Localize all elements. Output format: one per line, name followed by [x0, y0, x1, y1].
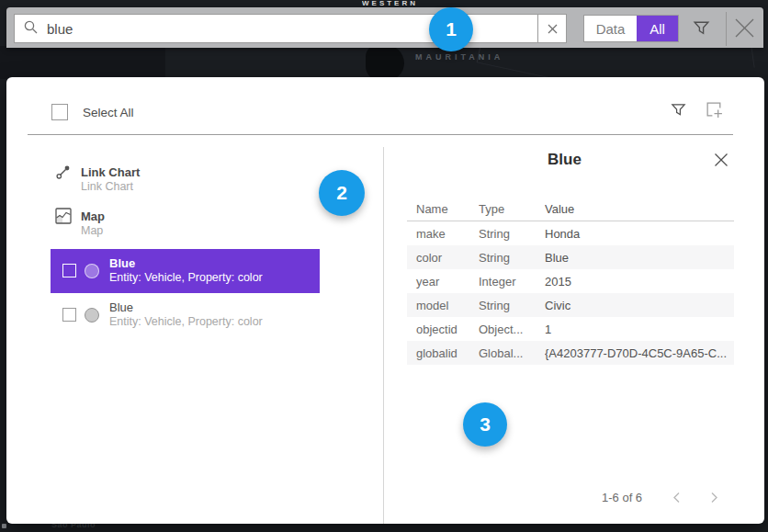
add-to-map-icon — [705, 100, 724, 119]
col-header-type: Type — [479, 202, 545, 216]
map-icon — [55, 208, 72, 228]
cell-name: globalid — [407, 346, 479, 360]
detail-title: Blue — [383, 151, 746, 169]
map-label-mauritania: MAURITANIA — [415, 52, 503, 62]
table-row: globalid Global... {A4203777-D70D-4C5C-9… — [407, 341, 734, 365]
add-selection-button[interactable] — [705, 100, 724, 123]
item-checkbox[interactable] — [62, 308, 76, 322]
entity-circle-icon — [85, 308, 99, 323]
cell-name: year — [407, 275, 479, 289]
pagination-prev-button[interactable] — [672, 491, 681, 507]
item-subtitle: Entity: Vehicle, Property: color — [109, 271, 263, 284]
close-x-icon — [714, 153, 728, 167]
search-toolbar: Data All — [6, 7, 763, 48]
table-row: year Integer 2015 — [407, 269, 734, 293]
item-title: Blue — [109, 300, 133, 314]
cell-type: String — [479, 299, 545, 312]
item-subtitle: Map — [81, 224, 103, 237]
toolbar-divider — [726, 12, 727, 46]
list-detail-divider — [383, 147, 384, 524]
map-shape — [0, 46, 165, 79]
pagination-label: 1-6 of 6 — [602, 491, 642, 504]
search-clear-button[interactable] — [538, 14, 567, 43]
list-item-blue-selected[interactable]: Blue Entity: Vehicle, Property: color — [51, 249, 320, 293]
pagination-next-button[interactable] — [710, 491, 718, 507]
cell-name: color — [407, 251, 479, 265]
cell-value: Blue — [545, 251, 734, 265]
table-row: color String Blue — [407, 245, 734, 269]
col-header-name: Name — [407, 202, 479, 216]
table-row: make String Honda — [407, 221, 734, 245]
map-label-western: WESTERN — [362, 0, 418, 7]
results-filter-button[interactable] — [670, 101, 687, 122]
cell-value: Civic — [545, 299, 734, 312]
cell-name: objectid — [407, 323, 479, 336]
table-row: model String Civic — [407, 293, 734, 317]
search-icon — [23, 19, 39, 39]
toolbar-filter-button[interactable] — [692, 18, 711, 41]
cell-value: 2015 — [545, 275, 734, 289]
item-title: Blue — [109, 256, 135, 270]
cell-type: Integer — [479, 275, 545, 289]
item-subtitle: Link Chart — [81, 180, 133, 193]
cell-name: make — [407, 227, 479, 241]
cell-value: 1 — [545, 323, 734, 336]
close-x-icon — [733, 17, 756, 40]
scope-toggle: Data All — [583, 15, 679, 42]
clear-x-icon — [548, 24, 558, 34]
cell-type: String — [479, 227, 545, 241]
map-shape — [366, 44, 404, 81]
filter-funnel-icon — [670, 101, 687, 119]
cell-value: Honda — [545, 227, 734, 241]
toggle-data-button[interactable]: Data — [584, 16, 637, 41]
table-header-row: Name Type Value — [407, 197, 734, 221]
detail-close-button[interactable] — [714, 153, 728, 171]
item-title: Map — [81, 209, 105, 223]
callout-1: 1 — [429, 7, 473, 51]
link-chart-icon — [55, 164, 72, 184]
cell-name: model — [407, 299, 479, 312]
table-row: objectid Object... 1 — [407, 317, 734, 341]
toolbar-close-button[interactable] — [733, 17, 756, 43]
cell-value: {A4203777-D70D-4C5C-9A65-C... — [545, 346, 734, 360]
item-subtitle: Entity: Vehicle, Property: color — [109, 315, 263, 328]
map-marker — [2, 524, 6, 528]
cell-type: Object... — [479, 323, 545, 336]
header-divider — [28, 134, 733, 135]
callout-3: 3 — [463, 402, 507, 447]
item-title: Link Chart — [81, 165, 140, 179]
cell-type: String — [479, 251, 545, 265]
list-item-blue[interactable]: Blue Entity: Vehicle, Property: color — [51, 293, 320, 337]
toggle-all-button[interactable]: All — [637, 16, 678, 41]
entity-circle-icon — [85, 264, 99, 278]
search-input[interactable] — [47, 21, 488, 37]
search-results-panel: Select All Link Chart Link Chart — [6, 77, 764, 524]
chevron-right-icon — [710, 492, 718, 504]
attributes-table: Name Type Value make String Honda color … — [407, 197, 734, 365]
callout-2: 2 — [319, 170, 365, 216]
filter-funnel-icon — [692, 18, 711, 38]
col-header-value: Value — [545, 202, 734, 216]
cell-type: Global... — [479, 346, 545, 360]
select-all-label: Select All — [83, 106, 134, 119]
select-all-checkbox[interactable] — [51, 104, 68, 120]
item-checkbox[interactable] — [62, 264, 76, 277]
chevron-left-icon — [672, 492, 681, 504]
